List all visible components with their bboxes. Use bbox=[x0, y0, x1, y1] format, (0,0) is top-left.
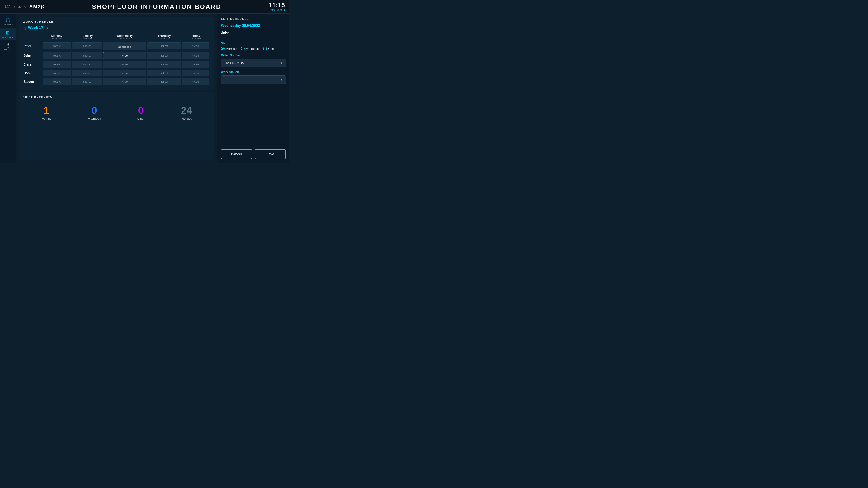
shift-stats: 1Morning0Afternoon0Other24Not Set bbox=[23, 101, 210, 123]
sidebar: 🌐 OVERVIEW ⊞ SCHEDULE 🍴 LUNCH bbox=[0, 13, 16, 163]
header-left: peak board ✳ ⚠ ✕ AM2β bbox=[4, 4, 44, 10]
radio-label-morning: Morning bbox=[226, 47, 237, 51]
schedule-cell-0-4[interactable]: not set bbox=[182, 42, 209, 49]
table-row: not set bbox=[147, 78, 181, 86]
schedule-cell-4-4[interactable]: not set bbox=[182, 78, 209, 85]
week-nav: ◁ Week 17 ▷ bbox=[23, 26, 210, 30]
table-row: not set bbox=[147, 52, 181, 60]
schedule-cell-2-2[interactable]: not set bbox=[103, 61, 147, 68]
order-number-section: Order Number 112-4930-2945 ▼ bbox=[221, 54, 286, 67]
schedule-cell-3-3[interactable]: not set bbox=[147, 70, 181, 76]
prev-week-button[interactable]: ◁ bbox=[23, 26, 26, 30]
table-row: not set bbox=[103, 78, 147, 86]
schedule-cell-4-1[interactable]: not set bbox=[72, 78, 102, 85]
shift-number-morning: 1 bbox=[43, 105, 49, 116]
radio-morning[interactable]: Morning bbox=[221, 47, 237, 51]
row-name-clara: Clara bbox=[24, 61, 41, 68]
table-row: not set bbox=[182, 41, 209, 51]
content-area: WORK SCHEDULE ◁ Week 17 ▷ Monday 04/24/2… bbox=[16, 13, 217, 163]
schedule-cell-1-3[interactable]: not set bbox=[147, 52, 181, 59]
schedule-cell-1-2[interactable]: not set bbox=[103, 52, 147, 59]
schedule-cell-2-1[interactable]: not set bbox=[72, 61, 102, 68]
radio-circle-morning bbox=[221, 47, 224, 51]
logo-text2: board bbox=[4, 7, 11, 9]
order-number-value: 112-4930-2945 bbox=[224, 61, 244, 65]
shift-stat-notset: 24Not Set bbox=[181, 105, 192, 120]
shift-label-notset: Not Set bbox=[182, 117, 191, 120]
row-name-john: John bbox=[24, 52, 41, 60]
next-week-button[interactable]: ▷ bbox=[46, 26, 49, 30]
edit-person: John bbox=[221, 31, 286, 35]
schedule-cell-0-2[interactable]: --- 112-4930-2945 bbox=[103, 41, 147, 50]
main-layout: 🌐 OVERVIEW ⊞ SCHEDULE 🍴 LUNCH WORK SCHED… bbox=[0, 13, 289, 163]
schedule-cell-0-3[interactable]: not set bbox=[147, 42, 181, 49]
edit-schedule-title: EDIT SCHEDULE bbox=[221, 17, 286, 21]
shift-stat-afternoon: 0Afternoon bbox=[88, 105, 101, 120]
schedule-cell-0-1[interactable]: not set bbox=[72, 42, 102, 49]
table-row: not set bbox=[42, 78, 71, 86]
sidebar-label-schedule: SCHEDULE bbox=[2, 36, 14, 38]
schedule-cell-4-3[interactable]: not set bbox=[147, 78, 181, 85]
dropdown-arrow-order: ▼ bbox=[280, 62, 283, 65]
table-row: not set bbox=[147, 41, 181, 51]
clock-display: 11:15 bbox=[269, 2, 285, 8]
sidebar-item-schedule[interactable]: ⊞ SCHEDULE bbox=[0, 28, 16, 40]
order-number-dropdown[interactable]: 112-4930-2945 ▼ bbox=[221, 59, 286, 67]
save-button[interactable]: Save bbox=[255, 149, 286, 159]
cancel-button[interactable]: Cancel bbox=[221, 149, 252, 159]
schedule-cell-2-3[interactable]: not set bbox=[147, 61, 181, 68]
shift-label: Shift bbox=[221, 41, 286, 45]
shift-radio-group: Morning Afternoon Other bbox=[221, 47, 286, 51]
schedule-cell-3-0[interactable]: not set bbox=[42, 70, 71, 76]
row-name-peter: Peter bbox=[24, 41, 41, 51]
schedule-cell-0-0[interactable]: not set bbox=[42, 42, 71, 49]
asterisk-icon[interactable]: ✳ bbox=[13, 5, 16, 9]
table-row: not set bbox=[72, 41, 102, 51]
schedule-cell-2-0[interactable]: not set bbox=[42, 61, 71, 68]
schedule-cell-3-4[interactable]: not set bbox=[182, 70, 209, 76]
work-schedule-card: WORK SCHEDULE ◁ Week 17 ▷ Monday 04/24/2… bbox=[19, 17, 214, 90]
radio-label-other: Other bbox=[268, 47, 276, 51]
radio-afternoon[interactable]: Afternoon bbox=[241, 47, 259, 51]
table-row: not set bbox=[182, 52, 209, 60]
week-label: Week 17 bbox=[28, 26, 43, 30]
row-name-bob: Bob bbox=[24, 69, 41, 77]
shift-section: Shift Morning Afternoon Other bbox=[221, 41, 286, 51]
schedule-cell-3-1[interactable]: not set bbox=[72, 70, 102, 76]
workstation-label: Work Station bbox=[221, 70, 286, 74]
schedule-cell-2-4[interactable]: not set bbox=[182, 61, 209, 68]
header-time: 11:15 04/19/2023 bbox=[269, 2, 285, 11]
table-row: not set bbox=[147, 61, 181, 68]
workstation-dropdown[interactable]: --- ▼ bbox=[221, 75, 286, 84]
col-tuesday: Tuesday 04/25/2023 bbox=[72, 34, 102, 40]
sidebar-label-lunch: LUNCH bbox=[4, 49, 11, 51]
close-icon[interactable]: ✕ bbox=[23, 5, 26, 9]
schedule-cell-1-1[interactable]: not set bbox=[72, 52, 102, 59]
radio-other[interactable]: Other bbox=[263, 47, 276, 51]
shift-overview-title: SHIFT OVERVIEW bbox=[23, 95, 210, 99]
table-row: not set bbox=[72, 61, 102, 68]
col-thursday: Thursday 04/27/2023 bbox=[147, 34, 181, 40]
shift-stat-morning: 1Morning bbox=[41, 105, 52, 120]
schedule-icon: ⊞ bbox=[6, 30, 10, 35]
date-display: 04/19/2023 bbox=[269, 8, 285, 11]
table-row: not set bbox=[147, 69, 181, 77]
sidebar-item-overview[interactable]: 🌐 OVERVIEW bbox=[0, 16, 16, 27]
shift-label-afternoon: Afternoon bbox=[88, 117, 101, 120]
workstation-section: Work Station --- ▼ bbox=[221, 70, 286, 84]
schedule-cell-3-2[interactable]: not set bbox=[103, 70, 147, 76]
order-number-label: Order Number bbox=[221, 54, 286, 57]
table-row: not set bbox=[42, 69, 71, 77]
schedule-cell-4-2[interactable]: not set bbox=[103, 78, 147, 85]
schedule-cell-1-4[interactable]: not set bbox=[182, 52, 209, 59]
schedule-cell-1-0[interactable]: not set bbox=[42, 52, 71, 59]
table-row: not set bbox=[72, 52, 102, 60]
lunch-icon: 🍴 bbox=[5, 43, 10, 48]
sidebar-item-lunch[interactable]: 🍴 LUNCH bbox=[0, 41, 16, 53]
page-title: SHOPFLOOR INFORMATION BOARD bbox=[44, 3, 269, 10]
shift-number-afternoon: 0 bbox=[92, 105, 97, 116]
schedule-cell-4-0[interactable]: not set bbox=[42, 78, 71, 85]
warning-icon[interactable]: ⚠ bbox=[18, 5, 21, 9]
header: peak board ✳ ⚠ ✕ AM2β SHOPFLOOR INFORMAT… bbox=[0, 0, 289, 13]
table-row: not set bbox=[42, 52, 71, 60]
